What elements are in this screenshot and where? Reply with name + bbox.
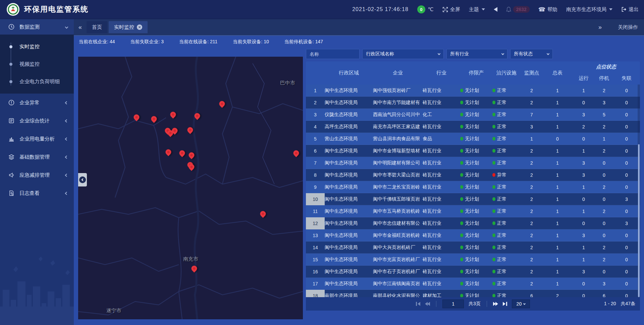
cell-meter: 1 — [543, 88, 572, 93]
cell-facility: 正常 — [492, 196, 521, 202]
temperature-unit: ℃ — [428, 6, 434, 12]
collapse-map-button[interactable] — [78, 173, 87, 186]
sidebar-item-company-abnormal[interactable]: 企业异常 — [0, 94, 74, 112]
sidebar-item-data-monitor[interactable]: 数据监测 — [0, 19, 74, 35]
help-button[interactable]: ☎ 帮助 — [538, 6, 557, 13]
table-row[interactable]: 12 阆中生态环境局 阆中市忠信建材有限公 砖瓦行业 无计划 — [306, 217, 640, 229]
tab-home[interactable]: 首页 — [87, 21, 107, 33]
cell-industry: 建材加工 — [423, 293, 460, 297]
cell-stop: 2 — [595, 184, 613, 190]
table-row[interactable]: 14 阆中生态环境局 阆中大兴页岩机砖厂 砖瓦行业 无计划 — [306, 241, 640, 254]
tabs-scroll-left-button[interactable]: « — [78, 24, 82, 31]
status-dot-icon — [492, 258, 495, 261]
sidebar-item-video-monitor[interactable]: 视频监控 — [0, 55, 74, 73]
scrollbar-thumb[interactable] — [638, 144, 640, 297]
theme-menu[interactable]: 主题 — [469, 6, 485, 13]
cell-limit: 无计划 — [460, 293, 492, 297]
table-scrollbar[interactable] — [638, 85, 640, 297]
cell-run: 3 — [572, 269, 595, 274]
table-row[interactable]: 10 阆中生态环境局 阆中千佛镇五郎垭页岩 砖瓦行业 无计划 — [306, 193, 640, 205]
cell-facility: 正常 — [492, 184, 521, 190]
table-row[interactable]: 3 仪陇生态环境局 西南油气田分公司川中 化工 无计划 — [306, 109, 640, 121]
table-row[interactable]: 6 阆中生态环境局 阆中市金博瑞新型墙材 砖瓦行业 无计划 — [306, 145, 640, 157]
cell-monitor: 2 — [521, 172, 543, 178]
table-row[interactable]: 11 阆中生态环境局 阆中市五马桥页岩机砖 砖瓦行业 无计划 — [306, 205, 640, 217]
tab-realtime-monitor[interactable]: 实时监控 ✕ — [109, 21, 148, 33]
prev-page-button[interactable] — [425, 302, 430, 306]
map-pin-icon[interactable] — [169, 110, 177, 118]
sidebar-item-power-load-detail[interactable]: 企业电力负荷明细 — [0, 73, 74, 90]
tabs-scroll-right-button[interactable]: » — [598, 24, 602, 31]
table-row[interactable]: 7 阆中生态环境局 阆中明阳建材有限公司 砖瓦行业 无计划 — [306, 157, 640, 169]
cell-region: 营山生态环境局 — [325, 136, 373, 142]
cell-monitor: 2 — [521, 148, 543, 154]
notifications-button[interactable]: 2632 — [506, 6, 530, 13]
map-pin-icon[interactable] — [178, 149, 186, 157]
cell-run: 3 — [572, 233, 595, 238]
map-pin-icon[interactable] — [171, 126, 179, 134]
map-pin-icon[interactable] — [132, 113, 141, 121]
cell-monitor: 2 — [521, 221, 543, 226]
row-index: 2 — [306, 97, 325, 109]
table-row[interactable]: 8 阆中生态环境局 阆中市枣碧大梁山页岩 砖瓦行业 无计划 — [306, 169, 640, 181]
status-filter-select[interactable]: 所有状态 — [510, 49, 553, 59]
next-page-button[interactable] — [493, 302, 498, 306]
map-pin-icon[interactable] — [187, 163, 196, 171]
map-pin-icon[interactable] — [193, 112, 201, 120]
last-page-button[interactable] — [503, 302, 507, 306]
status-dot-icon — [460, 185, 463, 189]
map-pin-icon[interactable] — [186, 126, 194, 134]
table-row[interactable]: 9 阆中生态环境局 阆中市二龙长宝页岩砖 砖瓦行业 无计划 — [306, 181, 640, 193]
first-page-button[interactable] — [416, 302, 420, 306]
table-row[interactable]: 18 南部生态环境局 南部县砂化水泥有限公 建材加工 无计划 — [306, 290, 640, 297]
cell-company: 阆中市忠信建材有限公 — [373, 220, 423, 226]
sidebar-item-realtime-monitor[interactable]: 实时监控 — [0, 38, 74, 55]
map-pin-icon[interactable] — [190, 265, 198, 273]
cell-monitor: 1 — [521, 136, 543, 142]
cell-facility: 正常 — [492, 281, 521, 287]
cell-facility: 正常 — [492, 160, 521, 166]
close-tab-icon[interactable]: ✕ — [137, 24, 142, 30]
cell-run: 3 — [572, 172, 595, 178]
map-pin-icon[interactable] — [164, 148, 172, 156]
cell-stop: 2 — [595, 148, 613, 154]
sidebar-item-power-analysis[interactable]: 企业用电量分析 — [0, 130, 74, 148]
page-number-input[interactable] — [442, 300, 464, 308]
total-pages-label: 共3页 — [469, 301, 481, 307]
cell-run: 0 — [572, 197, 595, 202]
table-row[interactable]: 15 阆中生态环境局 阆中市光富页岩机砖厂 砖瓦行业 无计划 — [306, 254, 640, 266]
table-row[interactable]: 17 阆中生态环境局 阆中市江南镇阆南页岩 砖瓦行业 无计划 — [306, 278, 640, 290]
sidebar-item-base-data[interactable]: 基础数据管理 — [0, 148, 74, 166]
map-pin-icon[interactable] — [150, 115, 158, 123]
page-size-select[interactable]: 20 — [512, 300, 530, 308]
map-pin-icon[interactable] — [187, 151, 196, 159]
mute-speaker-button[interactable] — [494, 7, 497, 12]
org-user-menu[interactable]: 南充市生态环境局 — [566, 6, 612, 13]
table-row[interactable]: 5 营山生态环境局 营山县润丰肉食品有限 食品 无计划 — [306, 133, 640, 145]
sidebar-item-company-stats[interactable]: 企业综合统计 — [0, 112, 74, 130]
fullscreen-button[interactable]: 全屏 — [442, 6, 460, 13]
map-panel[interactable]: 巴中市 南充市 遂宁市 — [78, 57, 303, 319]
fullscreen-icon — [442, 7, 448, 12]
cell-limit: 无计划 — [460, 257, 492, 263]
table-row[interactable]: 13 阆中生态环境局 阆中市金福旺页岩机砖 砖瓦行业 无计划 — [306, 229, 640, 241]
close-operations-button[interactable]: 关闭操作 — [618, 24, 638, 31]
name-filter-input[interactable] — [306, 49, 360, 59]
industry-filter-select[interactable]: 所有行业 — [446, 49, 507, 59]
row-index: 1 — [306, 85, 325, 97]
region-filter-select[interactable]: 行政区域名称 — [362, 49, 444, 59]
column-header-offline: 失联 — [613, 72, 640, 85]
sidebar-item-emergency-reduction[interactable]: 应急减排管理 — [0, 166, 74, 184]
table-row[interactable]: 4 高坪生态环境局 南充市高坪区王家店建 砖瓦行业 无计划 — [306, 121, 640, 133]
map-pin-icon[interactable] — [259, 210, 267, 218]
cell-industry: 砖瓦行业 — [423, 184, 460, 190]
table-row[interactable]: 1 阆中生态环境局 阆中强锐页岩砖厂 砖瓦行业 无计划 — [306, 85, 640, 97]
cell-region: 阆中生态环境局 — [325, 281, 373, 287]
table-row[interactable]: 2 阆中生态环境局 阆中市南方节能建材有 砖瓦行业 无计划 — [306, 97, 640, 109]
table-row[interactable]: 16 阆中生态环境局 阆中市石子页岩机砖厂 砖瓦行业 无计划 — [306, 266, 640, 278]
status-dot-icon — [460, 101, 463, 104]
sidebar-item-logs[interactable]: 日志查看 — [0, 184, 74, 202]
logout-button[interactable]: 退出 — [621, 6, 639, 13]
map-pin-icon[interactable] — [218, 100, 226, 108]
map-pin-icon[interactable] — [292, 149, 300, 157]
